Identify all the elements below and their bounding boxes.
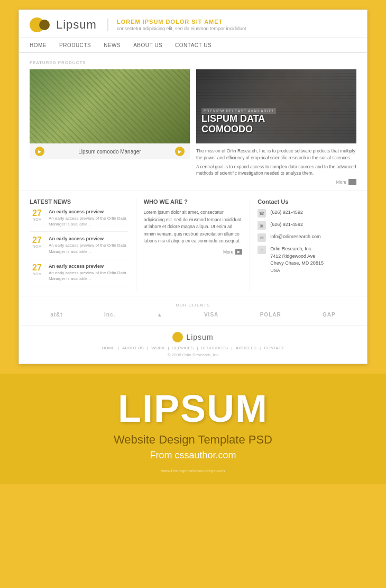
phone-icon: ☎ bbox=[258, 209, 266, 218]
who-more-arrow-icon[interactable]: ▶ bbox=[235, 249, 242, 255]
col-news: LATEST NEWS 27 NOV An early access previ… bbox=[30, 198, 136, 291]
contact-fax-item: ▣ (626) 921-4592 bbox=[258, 221, 356, 230]
contact-address: Orlin Research, Inc. 7412 Ridgewood Ave … bbox=[270, 246, 324, 274]
nav-news[interactable]: NEWS bbox=[104, 42, 121, 48]
client-logo-att: at&t bbox=[50, 312, 62, 318]
featured-right: PREVIEW RELEASE AVAILABLE! LISPUM DATACO… bbox=[196, 69, 356, 185]
email-icon: ✉ bbox=[258, 233, 266, 242]
contact-fax: (626) 921-4592 bbox=[270, 221, 303, 229]
more-arrow-icon[interactable]: ▶ bbox=[348, 179, 356, 185]
footer-link-services[interactable]: SERVICES bbox=[172, 346, 194, 350]
promo-section: LIPSUM Website Design Template PSD From … bbox=[0, 374, 386, 484]
site-header: Lipsum LOREM IPSUM DOLOR SIT AMET consec… bbox=[19, 10, 367, 38]
nav-about[interactable]: ABOUT US bbox=[133, 42, 162, 48]
contact-title: Contact Us bbox=[258, 198, 356, 205]
three-col-section: LATEST NEWS 27 NOV An early access previ… bbox=[19, 191, 367, 296]
news-date-0: 27 NOV bbox=[30, 209, 44, 227]
featured-desc-1: The mission of Orlin Research, Inc. is t… bbox=[196, 148, 356, 161]
nav-home[interactable]: HOME bbox=[30, 42, 47, 48]
site-nav: HOME PRODUCTS NEWS ABOUT US CONTACT US bbox=[19, 38, 367, 53]
featured-left: ▶ Lipsum comoodo Manager ▶ bbox=[30, 69, 190, 185]
featured-grid: ▶ Lipsum comoodo Manager ▶ PREVIEW RELEA… bbox=[30, 69, 356, 185]
contact-phone: (626) 921-4592 bbox=[270, 209, 303, 216]
footer-link-contact[interactable]: CONTACT bbox=[264, 346, 284, 350]
news-item: 27 NOV An early access preview An early … bbox=[30, 209, 128, 232]
news-content-1: An early access preview An early access … bbox=[49, 236, 128, 254]
news-content-0: An early access preview An early access … bbox=[49, 209, 128, 227]
website-mockup-card: Lipsum LOREM IPSUM DOLOR SIT AMET consec… bbox=[19, 10, 367, 364]
footer-logo: Lipsum bbox=[30, 332, 356, 342]
featured-image-cactus bbox=[30, 69, 190, 143]
promo-subtitle: Website Design Template PSD bbox=[11, 433, 375, 447]
clients-label: OUR CLIENTS bbox=[30, 303, 356, 307]
clients-grid: at&t Inc. ▲ VISA POLAR GAP bbox=[30, 312, 356, 318]
contact-phone-item: ☎ (626) 921-4592 bbox=[258, 209, 356, 218]
footer-logo-text: Lipsum bbox=[186, 333, 213, 341]
nav-products[interactable]: PRODUCTS bbox=[59, 42, 91, 48]
news-date-2: 27 NOV bbox=[30, 264, 44, 282]
who-title: WHO WE ARE ? bbox=[144, 198, 243, 205]
client-logo-gap: GAP bbox=[323, 312, 336, 318]
col-who: WHO WE ARE ? Lorem ipsum dolor sit amet,… bbox=[136, 198, 251, 291]
featured-section: FEATURED PRODUCTS ▶ Lipsum comoodo Manag… bbox=[19, 53, 367, 191]
tagline-title: LOREM IPSUM DOLOR SIT AMET bbox=[117, 19, 246, 25]
promo-watermark: www.heritagechristiancollege.com bbox=[11, 468, 375, 473]
featured-caption: ▶ Lipsum comoodo Manager ▶ bbox=[30, 143, 190, 159]
client-logo-inc: Inc. bbox=[104, 312, 115, 318]
news-item: 27 NOV An early access preview An early … bbox=[30, 236, 128, 259]
featured-image-statue: PREVIEW RELEASE AVAILABLE! LISPUM DATACO… bbox=[196, 69, 356, 143]
clients-section: OUR CLIENTS at&t Inc. ▲ VISA POLAR GAP bbox=[19, 296, 367, 325]
logo-circle-dark bbox=[39, 20, 50, 30]
featured-overlay: PREVIEW RELEASE AVAILABLE! LISPUM DATACO… bbox=[201, 108, 276, 135]
col-contact: Contact Us ☎ (626) 921-4592 ▣ (626) 921-… bbox=[250, 198, 356, 291]
site-footer: Lipsum HOME | ABOUT US | WORK | SERVICES… bbox=[19, 325, 367, 364]
featured-more: More ▶ bbox=[196, 179, 356, 185]
promo-from: From cssauthor.com bbox=[11, 450, 375, 461]
footer-link-articles[interactable]: ARTICLES bbox=[236, 346, 256, 350]
client-logo-polar: POLAR bbox=[260, 312, 281, 318]
news-date-1: 27 NOV bbox=[30, 236, 44, 254]
contact-email-item: ✉ info@orlinresearch.com bbox=[258, 233, 356, 242]
news-title: LATEST NEWS bbox=[30, 198, 128, 205]
contact-address-item: ⌂ Orlin Research, Inc. 7412 Ridgewood Av… bbox=[258, 246, 356, 274]
fax-icon: ▣ bbox=[258, 221, 266, 230]
play-button[interactable]: ▶ bbox=[35, 147, 44, 156]
footer-links: HOME | ABOUT US | WORK | SERVICES | RESO… bbox=[30, 346, 356, 350]
who-body: Lorem ipsum dolor sit amet, consectetur … bbox=[144, 209, 243, 245]
promo-title: LIPSUM bbox=[11, 390, 375, 428]
nav-contact[interactable]: CONTACT US bbox=[175, 42, 212, 48]
logo-wrap: Lipsum bbox=[30, 17, 97, 32]
footer-link-resources[interactable]: RESOURCES bbox=[201, 346, 228, 350]
client-logo-visa: VISA bbox=[204, 312, 218, 318]
next-button[interactable]: ▶ bbox=[175, 147, 185, 156]
footer-copyright: © 2008 Orlin Research, Inc bbox=[30, 352, 356, 357]
header-tagline: LOREM IPSUM DOLOR SIT AMET consectetur a… bbox=[107, 19, 246, 31]
footer-link-about[interactable]: ABOUT US bbox=[122, 346, 144, 350]
news-content-2: An early access preview An early access … bbox=[49, 264, 128, 282]
who-more: More ▶ bbox=[144, 249, 243, 255]
footer-link-work[interactable]: WORK bbox=[151, 346, 164, 350]
footer-logo-circle bbox=[172, 332, 183, 342]
tagline-sub: consectetur adipisicing elit, sed do eiu… bbox=[117, 26, 246, 31]
footer-link-home[interactable]: HOME bbox=[102, 346, 115, 350]
caption-text: Lipsum comoodo Manager bbox=[44, 149, 175, 155]
logo-text: Lipsum bbox=[56, 18, 97, 32]
featured-desc-2: A central goal is to expand access to co… bbox=[196, 164, 356, 177]
overlay-title: LISPUM DATACOMOODO bbox=[201, 114, 276, 135]
address-icon: ⌂ bbox=[258, 246, 266, 254]
contact-email: info@orlinresearch.com bbox=[270, 233, 320, 241]
news-item: 27 NOV An early access preview An early … bbox=[30, 264, 128, 286]
featured-desc: The mission of Orlin Research, Inc. is t… bbox=[196, 148, 356, 185]
featured-label: FEATURED PRODUCTS bbox=[30, 60, 356, 65]
client-logo-arrow: ▲ bbox=[157, 312, 163, 318]
